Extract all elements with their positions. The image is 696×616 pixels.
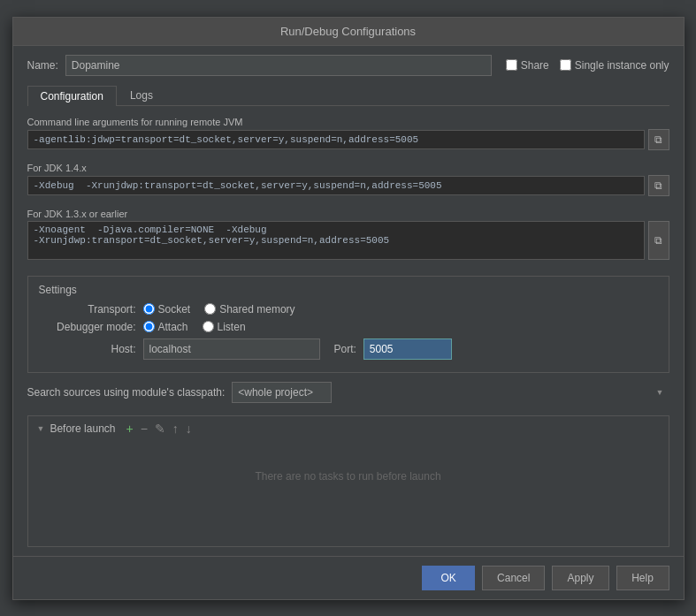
before-launch-header: ▼ Before launch + − ✎ ↑ ↓ bbox=[37, 422, 660, 436]
apply-button[interactable]: Apply bbox=[552, 566, 608, 590]
debugger-attach-label[interactable]: Attach bbox=[143, 321, 188, 333]
cmd-block-jdk13: For JDK 1.3.x or earlier -Xnoagent -Djav… bbox=[27, 209, 669, 260]
copy-btn-jdk14[interactable]: ⧉ bbox=[648, 175, 669, 196]
no-tasks-area: There are no tasks to run before launch bbox=[37, 441, 660, 512]
share-checkbox[interactable] bbox=[506, 59, 517, 71]
transport-shared-memory-radio[interactable] bbox=[204, 303, 216, 315]
cancel-button[interactable]: Cancel bbox=[482, 566, 545, 590]
debugger-mode-label: Debugger mode: bbox=[39, 321, 136, 333]
share-label: Share bbox=[521, 59, 549, 72]
cmd-row-jdk14: ⧉ bbox=[27, 175, 669, 196]
single-instance-label[interactable]: Single instance only bbox=[560, 59, 669, 72]
name-label: Name: bbox=[27, 59, 58, 72]
debugger-listen-radio[interactable] bbox=[203, 321, 214, 332]
debugger-attach-radio[interactable] bbox=[143, 321, 155, 332]
cmd-row-jdk13: -Xnoagent -Djava.compiler=NONE -Xdebug -… bbox=[27, 221, 669, 260]
transport-shared-memory-text: Shared memory bbox=[219, 303, 294, 316]
transport-label: Transport: bbox=[39, 303, 136, 316]
single-instance-checkbox[interactable] bbox=[560, 59, 571, 71]
ok-button[interactable]: OK bbox=[422, 566, 475, 590]
debugger-mode-row: Debugger mode: Attach Listen bbox=[39, 321, 658, 333]
help-button[interactable]: Help bbox=[616, 566, 669, 590]
no-tasks-text: There are no tasks to run before launch bbox=[255, 470, 440, 483]
settings-title: Settings bbox=[39, 284, 658, 296]
debugger-listen-text: Listen bbox=[218, 321, 246, 333]
move-down-button[interactable]: ↓ bbox=[184, 422, 194, 436]
name-row: Name: Share Single instance only bbox=[27, 55, 669, 76]
move-up-button[interactable]: ↑ bbox=[171, 422, 180, 436]
tab-logs[interactable]: Logs bbox=[117, 85, 166, 105]
run-debug-dialog: Run/Debug Configurations Name: Share Sin… bbox=[12, 17, 685, 600]
before-launch-toolbar: + − ✎ ↑ ↓ bbox=[124, 422, 193, 436]
share-area: Share Single instance only bbox=[506, 59, 669, 72]
classpath-select[interactable]: <whole project> bbox=[232, 382, 332, 403]
port-label: Port: bbox=[334, 343, 356, 355]
transport-socket-radio[interactable] bbox=[143, 303, 155, 315]
host-label: Host: bbox=[39, 343, 136, 355]
add-task-button[interactable]: + bbox=[124, 422, 134, 436]
transport-radio-group: Socket Shared memory bbox=[143, 303, 295, 316]
cmd-label-jdk13: For JDK 1.3.x or earlier bbox=[27, 209, 669, 219]
debugger-mode-radio-group: Attach Listen bbox=[143, 321, 246, 333]
before-launch-title: Before launch bbox=[50, 422, 115, 435]
cmd-label-jdk14: For JDK 1.4.x bbox=[27, 163, 669, 173]
cmd-input-jdk13[interactable]: -Xnoagent -Djava.compiler=NONE -Xdebug -… bbox=[27, 221, 645, 260]
transport-shared-memory-label[interactable]: Shared memory bbox=[204, 303, 294, 316]
collapse-icon[interactable]: ▼ bbox=[37, 424, 45, 433]
classpath-label: Search sources using module's classpath: bbox=[27, 386, 226, 399]
cmd-label-main: Command line arguments for running remot… bbox=[27, 117, 669, 127]
classpath-select-wrapper: <whole project> bbox=[232, 382, 669, 403]
dialog-title-bar: Run/Debug Configurations bbox=[13, 18, 684, 46]
edit-task-button[interactable]: ✎ bbox=[153, 422, 167, 436]
share-checkbox-label[interactable]: Share bbox=[506, 59, 549, 72]
cmd-block-main: Command line arguments for running remot… bbox=[27, 117, 669, 150]
host-port-row: Host: Port: bbox=[39, 338, 658, 360]
debugger-attach-text: Attach bbox=[158, 321, 188, 333]
settings-section: Settings Transport: Socket Shared memory bbox=[27, 276, 669, 373]
bottom-buttons: OK Cancel Apply Help bbox=[13, 556, 684, 599]
cmd-block-jdk14: For JDK 1.4.x ⧉ bbox=[27, 163, 669, 196]
copy-btn-main[interactable]: ⧉ bbox=[648, 129, 669, 150]
host-port-inputs: Port: bbox=[143, 338, 452, 360]
cmd-input-jdk14[interactable] bbox=[27, 176, 645, 195]
cmd-row-main: ⧉ bbox=[27, 129, 669, 150]
copy-btn-jdk13[interactable]: ⧉ bbox=[648, 221, 669, 260]
dialog-title: Run/Debug Configurations bbox=[280, 25, 416, 38]
transport-socket-text: Socket bbox=[158, 303, 191, 316]
remove-task-button[interactable]: − bbox=[139, 422, 149, 436]
host-input[interactable] bbox=[143, 338, 320, 360]
tabs-container: Configuration Logs bbox=[27, 85, 669, 106]
classpath-row: Search sources using module's classpath:… bbox=[27, 382, 669, 403]
before-launch-section: ▼ Before launch + − ✎ ↑ ↓ There are no t… bbox=[27, 415, 669, 547]
port-input[interactable] bbox=[363, 338, 452, 360]
dialog-content: Name: Share Single instance only Configu… bbox=[13, 46, 684, 556]
single-instance-text: Single instance only bbox=[575, 59, 669, 72]
transport-socket-label[interactable]: Socket bbox=[143, 303, 191, 316]
transport-row: Transport: Socket Shared memory bbox=[39, 303, 658, 316]
tab-configuration[interactable]: Configuration bbox=[27, 86, 117, 106]
cmd-input-main[interactable] bbox=[27, 130, 645, 149]
name-input[interactable] bbox=[65, 55, 492, 76]
debugger-listen-label[interactable]: Listen bbox=[203, 321, 246, 333]
